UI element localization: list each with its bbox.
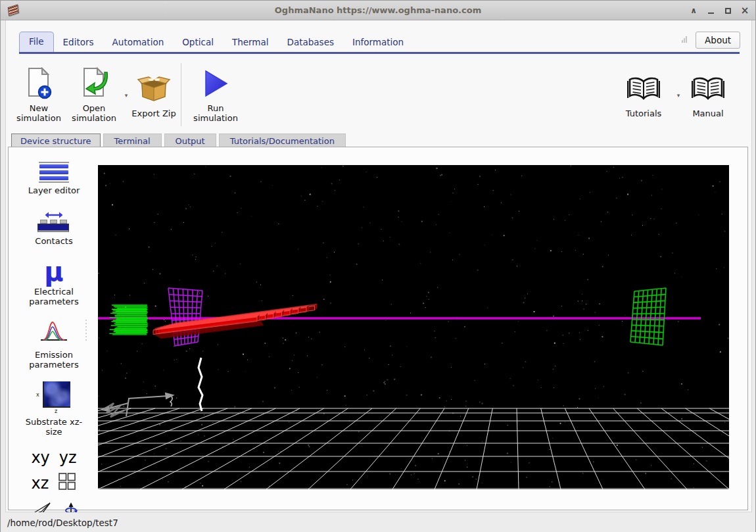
menu-tab-automation[interactable]: Automation: [103, 33, 174, 52]
close-icon[interactable]: ×: [740, 5, 750, 16]
about-button[interactable]: About: [696, 32, 740, 49]
play-icon: [201, 66, 230, 101]
menu-tab-bar: File Editors Automation Optical Thermal …: [19, 32, 740, 54]
menu-tab-thermal[interactable]: Thermal: [223, 33, 278, 52]
sidebar-item-substrate-xz-size[interactable]: x z Substrate xz-size: [24, 380, 84, 437]
menu-tab-file[interactable]: File: [19, 32, 54, 52]
menu-tab-databases[interactable]: Databases: [278, 33, 343, 52]
mu-icon: μ: [44, 259, 63, 284]
sidebar-item-emission-parameters[interactable]: Emission parameters: [24, 318, 84, 370]
tutorials-dropdown-icon[interactable]: ▾: [674, 92, 683, 99]
run-simulation-button[interactable]: Run simulation: [188, 66, 243, 123]
view-xy-button[interactable]: xy: [31, 448, 49, 467]
window-controls: ∧ ×: [688, 1, 750, 20]
help-tools: Tutorials ▾ Manual: [613, 72, 733, 118]
sidebar-item-electrical-parameters[interactable]: μ Electrical parameters: [24, 259, 84, 306]
contacts-icon: [36, 211, 72, 233]
new-document-icon: [25, 66, 53, 101]
open-document-icon: [80, 66, 108, 101]
view-yz-button[interactable]: yz: [59, 448, 77, 467]
3d-scene-canvas[interactable]: [98, 165, 729, 489]
sidebar: Layer editor Contacts: [12, 157, 95, 523]
run-group: Run simulation: [181, 63, 243, 126]
export-zip-button[interactable]: Export Zip: [131, 72, 177, 118]
view-xz-button[interactable]: xz: [32, 474, 49, 493]
open-dropdown-icon[interactable]: ▾: [122, 92, 131, 99]
substrate-icon: x z: [35, 380, 73, 414]
window-title: OghmaNano https://www.oghma-nano.com: [1, 1, 755, 20]
minimize-icon[interactable]: [705, 5, 716, 16]
titlebar: OghmaNano https://www.oghma-nano.com ∧ ×: [1, 1, 755, 20]
layers-icon: [39, 162, 69, 183]
spectrum-icon: [38, 318, 70, 347]
menu-tab-editors[interactable]: Editors: [54, 33, 103, 52]
manual-book-icon: [692, 72, 724, 106]
app-window: OghmaNano https://www.oghma-nano.com ∧ ×…: [0, 0, 756, 532]
sidebar-item-layer-editor[interactable]: Layer editor: [24, 162, 84, 195]
open-book-icon: [627, 72, 660, 106]
new-simulation-button[interactable]: New simulation: [11, 66, 66, 123]
main-shell: File Editors Automation Optical Thermal …: [5, 20, 752, 512]
sidebar-item-contacts[interactable]: Contacts: [24, 211, 84, 246]
zip-box-icon: [137, 72, 171, 106]
toolbar: New simulation Open simulation ▾: [11, 60, 749, 130]
current-path: /home/rod/Desktop/test7: [7, 518, 118, 528]
statusbar: /home/rod/Desktop/test7: [1, 512, 755, 532]
device-structure-panel: Layer editor Contacts: [8, 147, 748, 510]
signal-strength-icon: [682, 36, 687, 43]
pane-splitter[interactable]: [85, 320, 88, 341]
tutorials-button[interactable]: Tutorials: [613, 72, 674, 118]
open-simulation-button[interactable]: Open simulation: [66, 66, 122, 123]
shade-window-icon[interactable]: ∧: [688, 5, 699, 16]
menu-tab-information[interactable]: Information: [343, 33, 413, 52]
3d-viewport[interactable]: [98, 165, 729, 489]
grid-quad-icon[interactable]: [58, 472, 76, 495]
maximize-icon[interactable]: [722, 5, 733, 16]
menu-tab-optical[interactable]: Optical: [173, 33, 223, 52]
manual-button[interactable]: Manual: [683, 72, 733, 118]
